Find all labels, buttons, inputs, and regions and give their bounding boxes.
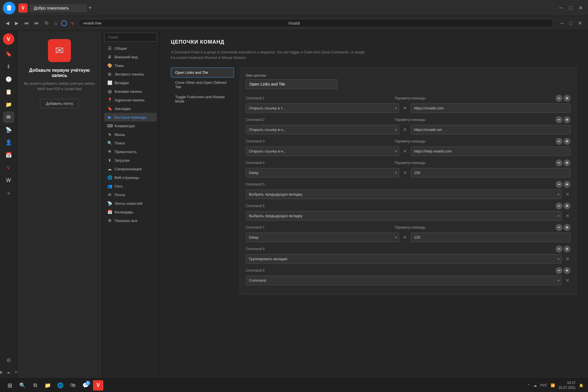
- remove-command-button[interactable]: −: [556, 116, 562, 123]
- forward-button[interactable]: ▶: [13, 19, 20, 27]
- remove-command-button[interactable]: −: [556, 159, 562, 166]
- clear-command-button[interactable]: ✕: [564, 256, 570, 262]
- fastforward-button[interactable]: ⏭: [33, 20, 41, 27]
- chain-list-item[interactable]: Toggle Fullscreen and Reader Mode: [171, 92, 234, 106]
- sidebar-item-mail[interactable]: ✉: [3, 111, 14, 123]
- reload-button[interactable]: ↻: [43, 19, 50, 27]
- remove-command-button[interactable]: −: [556, 181, 562, 188]
- command-select[interactable]: Группировать вкладки: [246, 254, 562, 264]
- command-param-input[interactable]: [411, 103, 570, 113]
- settings-nav-item[interactable]: 📍 Адресная панель: [104, 96, 157, 104]
- sidebar-item-contacts[interactable]: 👤: [3, 137, 14, 148]
- panel-toggle-icon[interactable]: ▣: [0, 368, 4, 375]
- remove-command-button[interactable]: −: [556, 138, 562, 145]
- add-command-button[interactable]: +: [564, 138, 570, 145]
- chain-name-input[interactable]: [246, 79, 338, 89]
- command-param-input[interactable]: [411, 125, 570, 134]
- taskbar-edge[interactable]: 🌐: [55, 380, 65, 391]
- clear-command-button[interactable]: ✕: [402, 170, 408, 175]
- chain-list-item[interactable]: Open Links and Tile: [171, 67, 234, 78]
- settings-nav-item[interactable]: 🖱 Мышь: [104, 130, 157, 139]
- command-select[interactable]: Открыть ссылку в н...: [246, 125, 399, 134]
- inner-maximize[interactable]: □: [567, 19, 575, 27]
- command-select[interactable]: Command: [246, 276, 562, 285]
- command-select[interactable]: Открыть ссылку в т...: [246, 103, 399, 113]
- taskbar-search[interactable]: 🔍: [17, 380, 28, 391]
- command-select[interactable]: Delay: [246, 233, 399, 242]
- taskbar-store[interactable]: 🛍: [68, 380, 78, 391]
- taskbar-notification-icon[interactable]: 🔔: [579, 383, 583, 387]
- remove-command-button[interactable]: −: [556, 267, 562, 274]
- settings-bottom-icon[interactable]: ⚙: [3, 355, 14, 366]
- settings-nav-item[interactable]: ✉ Почта: [104, 190, 157, 199]
- rewind-button[interactable]: ⏮: [22, 20, 30, 27]
- clear-command-button[interactable]: ✕: [564, 278, 570, 283]
- clear-command-button[interactable]: ✕: [402, 105, 408, 111]
- clear-command-button[interactable]: ✕: [402, 148, 408, 154]
- close-button[interactable]: ✕: [576, 4, 585, 12]
- settings-nav-item[interactable]: 🖥 Внешний вид: [104, 53, 157, 61]
- sidebar-item-add[interactable]: ＋: [3, 187, 14, 199]
- vivaldi-logo[interactable]: V: [3, 33, 14, 45]
- sidebar-item-vivaldi-red[interactable]: V: [3, 162, 14, 173]
- settings-nav-item[interactable]: 🔍 Поиск: [104, 139, 157, 147]
- settings-nav-item[interactable]: ⊞ Экспресс-панель: [104, 70, 157, 78]
- settings-nav-item[interactable]: 🌐 Веб-страницы: [104, 173, 157, 182]
- clear-command-button[interactable]: ✕: [402, 127, 408, 132]
- start-button[interactable]: ⊞: [5, 380, 15, 391]
- settings-nav-item[interactable]: 📅 Календарь: [104, 208, 157, 216]
- add-command-button[interactable]: +: [564, 181, 570, 188]
- sidebar-item-files[interactable]: 📁: [3, 99, 14, 110]
- command-select[interactable]: Открыть ссылку в н...: [246, 146, 399, 156]
- settings-nav-item[interactable]: ☰ Общие: [104, 44, 157, 53]
- sidebar-item-history[interactable]: 🕐: [3, 74, 14, 85]
- sidebar-item-download[interactable]: ⬇: [3, 61, 14, 72]
- command-select[interactable]: Выбрать предыдущую вкладку: [246, 211, 562, 221]
- minimize-button[interactable]: ─: [557, 4, 565, 12]
- add-command-button[interactable]: +: [564, 202, 570, 209]
- command-param-input[interactable]: [411, 233, 570, 242]
- command-select[interactable]: Выбрать предыдущую вкладку: [246, 190, 562, 199]
- settings-nav-item[interactable]: ▶ Быстрые команды: [104, 113, 157, 121]
- caret-up-icon[interactable]: ⌃: [527, 383, 530, 387]
- settings-nav-item[interactable]: 🔖 Закладки: [104, 104, 157, 113]
- settings-nav-item[interactable]: ⚙ Показать все: [104, 216, 157, 225]
- command-select[interactable]: Delay: [246, 168, 399, 177]
- settings-nav-item[interactable]: ▤ Боковая панель: [104, 87, 157, 96]
- settings-nav-item[interactable]: 🎨 Темы: [104, 61, 157, 70]
- settings-nav-item[interactable]: ⬜ Вкладки: [104, 78, 157, 87]
- add-command-button[interactable]: +: [564, 267, 570, 274]
- home-button[interactable]: ⌂: [53, 20, 59, 27]
- chain-list-item[interactable]: Close Other and Open Defined Tab: [171, 78, 234, 92]
- sidebar-item-feeds[interactable]: 📡: [3, 124, 14, 136]
- url-bar[interactable]: vivaldi://we: [78, 19, 554, 27]
- add-command-button[interactable]: +: [564, 224, 570, 231]
- back-button[interactable]: ◀: [4, 19, 11, 27]
- tab-active[interactable]: Добро пожаловать: [29, 4, 87, 12]
- sidebar-item-bookmark[interactable]: 🔖: [3, 48, 14, 60]
- add-command-button[interactable]: +: [564, 95, 570, 102]
- clear-command-button[interactable]: ✕: [564, 213, 570, 219]
- search-input[interactable]: [104, 33, 157, 42]
- add-command-button[interactable]: +: [564, 246, 570, 252]
- settings-nav-item[interactable]: ☁ Синхронизация: [104, 165, 157, 173]
- sidebar-item-calendar[interactable]: 📅: [3, 149, 14, 161]
- taskbar-multitasking[interactable]: ⧉: [30, 380, 40, 391]
- settings-nav-item[interactable]: 📡 Ленты новостей: [104, 199, 157, 208]
- maximize-button[interactable]: □: [567, 4, 575, 12]
- remove-command-button[interactable]: −: [556, 224, 562, 231]
- taskbar-file-explorer[interactable]: 📁: [42, 380, 53, 391]
- remove-command-button[interactable]: −: [556, 95, 562, 102]
- add-command-button[interactable]: +: [564, 159, 570, 166]
- clear-command-button[interactable]: ✕: [402, 235, 408, 240]
- cloud-bottom-icon[interactable]: ☁: [5, 368, 12, 375]
- settings-nav-item[interactable]: ⌨ Клавиатура: [104, 121, 157, 130]
- command-param-input[interactable]: [411, 168, 570, 177]
- new-tab-button[interactable]: +: [88, 5, 92, 11]
- taskbar-vivaldi[interactable]: V: [93, 380, 103, 391]
- settings-nav-item[interactable]: 👁 Приватность: [104, 147, 157, 156]
- remove-command-button[interactable]: −: [556, 202, 562, 209]
- remove-command-button[interactable]: −: [556, 246, 562, 252]
- taskbar-mail-notify[interactable]: 💬 5: [80, 380, 91, 391]
- inner-minimize[interactable]: ─: [558, 19, 566, 27]
